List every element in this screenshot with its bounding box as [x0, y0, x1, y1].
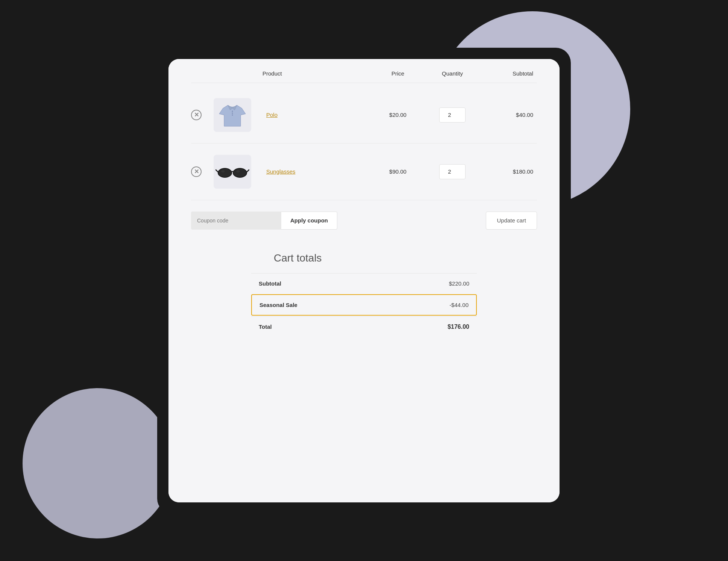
screen: Product Price Quantity Subtotal ✕ — [168, 59, 560, 502]
remove-polo-button[interactable]: ✕ — [191, 110, 202, 120]
update-cart-button[interactable]: Update cart — [486, 212, 537, 230]
polo-link[interactable]: Polo — [266, 112, 278, 118]
totals-table: Subtotal $220.00 Seasonal Sale -$44.00 T… — [251, 273, 477, 337]
table-row: ✕ — [191, 144, 537, 200]
remove-polo-icon: ✕ — [191, 110, 202, 120]
remove-sunglasses-icon: ✕ — [191, 166, 202, 177]
total-row: Total $176.00 — [251, 316, 477, 337]
seasonal-sale-label: Seasonal Sale — [259, 302, 297, 308]
polo-quantity-input[interactable] — [439, 107, 466, 122]
cart-totals-section: Cart totals Subtotal $220.00 Seasonal Sa… — [191, 252, 537, 337]
coupon-input[interactable] — [191, 212, 281, 230]
header-product: Product — [259, 70, 372, 77]
remove-sunglasses-cell: ✕ — [191, 166, 214, 177]
device-frame: Product Price Quantity Subtotal ✕ — [157, 48, 571, 514]
header-remove — [191, 70, 214, 77]
polo-image — [214, 98, 251, 132]
total-value: $176.00 — [447, 324, 469, 330]
sunglasses-link[interactable]: Sunglasses — [266, 168, 296, 175]
polo-name-cell: Polo — [259, 112, 372, 118]
svg-point-1 — [232, 113, 233, 114]
header-price: Price — [372, 70, 424, 77]
sunglasses-name-cell: Sunglasses — [259, 168, 372, 175]
svg-point-0 — [232, 111, 233, 112]
svg-point-3 — [218, 168, 232, 177]
seasonal-sale-row: Seasonal Sale -$44.00 — [251, 294, 477, 316]
table-header: Product Price Quantity Subtotal — [191, 70, 537, 83]
cart-container: Product Price Quantity Subtotal ✕ — [168, 59, 560, 502]
coupon-left: Apply coupon — [191, 212, 337, 230]
svg-point-5 — [221, 170, 225, 172]
sunglasses-subtotal: $180.00 — [481, 168, 537, 175]
sunglasses-quantity-input[interactable] — [439, 164, 466, 179]
svg-point-4 — [233, 168, 247, 177]
subtotal-value: $220.00 — [449, 280, 469, 287]
sunglasses-price: $90.00 — [372, 168, 424, 175]
header-image — [214, 70, 259, 77]
remove-polo-cell: ✕ — [191, 110, 214, 120]
circle-bottom-left — [23, 388, 173, 538]
total-label: Total — [259, 324, 272, 330]
polo-price: $20.00 — [372, 112, 424, 118]
polo-subtotal: $40.00 — [481, 112, 537, 118]
sunglasses-image — [214, 155, 251, 189]
apply-coupon-button[interactable]: Apply coupon — [281, 212, 337, 230]
sunglasses-quantity-cell — [424, 164, 481, 179]
subtotal-row: Subtotal $220.00 — [251, 273, 477, 293]
remove-sunglasses-button[interactable]: ✕ — [191, 166, 202, 177]
seasonal-sale-value: -$44.00 — [449, 302, 469, 308]
svg-point-2 — [232, 115, 233, 116]
svg-point-6 — [236, 170, 240, 172]
header-subtotal: Subtotal — [481, 70, 537, 77]
subtotal-label: Subtotal — [259, 280, 281, 287]
cart-totals-title: Cart totals — [191, 252, 322, 264]
table-row: ✕ Polo — [191, 87, 537, 144]
coupon-row: Apply coupon Update cart — [191, 212, 537, 237]
header-quantity: Quantity — [424, 70, 481, 77]
polo-quantity-cell — [424, 107, 481, 122]
